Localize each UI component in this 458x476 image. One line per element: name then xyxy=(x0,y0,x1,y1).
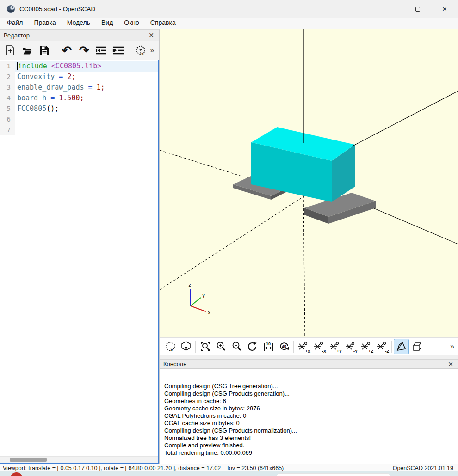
toolbar-separator xyxy=(293,341,294,353)
preview-button[interactable]: » xyxy=(133,43,149,58)
zoom-in-button[interactable] xyxy=(213,339,229,354)
orthogonal-cube-icon xyxy=(412,341,423,352)
axis-button-label: +Z xyxy=(368,349,373,354)
openscad-window: CC0805.scad - OpenSCAD × ФайлПравкаМодел… xyxy=(0,0,458,476)
code-line-1[interactable]: 1include <CC0805.lib> xyxy=(0,61,158,72)
close-button[interactable]: × xyxy=(431,0,458,18)
svg-text:»: » xyxy=(170,347,173,352)
status-fov-info: fov = 23.50 (641x665) xyxy=(227,465,284,471)
console-close-button[interactable]: ✕ xyxy=(447,361,454,367)
close-icon: × xyxy=(442,5,447,13)
unindent-button[interactable] xyxy=(93,43,109,58)
orthogonal-view-button[interactable] xyxy=(409,339,425,354)
code-line-2[interactable]: 2Convexity = 2; xyxy=(0,72,158,82)
zoom-in-icon xyxy=(216,341,227,352)
console-panel-title: Консоль xyxy=(163,360,186,367)
save-file-button[interactable] xyxy=(37,43,53,58)
open-folder-icon xyxy=(22,45,33,55)
taskbar-search-box[interactable] xyxy=(276,473,391,476)
line-number: 7 xyxy=(0,125,15,135)
menu-item-4[interactable]: Вид xyxy=(96,18,118,28)
axis-button-label: +Y xyxy=(337,349,342,354)
viewport-toolbar: » xyxy=(160,337,458,355)
line-number: 1 xyxy=(0,61,15,72)
redo-button[interactable]: ↷ xyxy=(76,43,92,58)
toolbar-separator xyxy=(56,44,56,56)
indent-button[interactable] xyxy=(111,43,127,58)
redo-icon: ↷ xyxy=(79,46,89,55)
menu-item-1[interactable]: Файл xyxy=(2,18,28,28)
code-line-6[interactable]: 6 xyxy=(0,114,158,125)
line-number: 4 xyxy=(0,93,15,104)
code-line-7[interactable]: 7 xyxy=(0,125,158,135)
view-plusx-button[interactable]: +X xyxy=(296,339,311,354)
taskbar-strip xyxy=(0,471,458,476)
new-file-button[interactable] xyxy=(2,43,18,58)
render-cube-icon xyxy=(180,341,192,352)
view-minusx-button[interactable]: -X xyxy=(311,339,327,354)
render-button[interactable] xyxy=(178,339,193,354)
undo-button[interactable]: ↶ xyxy=(59,43,75,58)
editor-panel: Редактор ✕ xyxy=(0,29,160,464)
taskbar-app-icon[interactable] xyxy=(10,472,23,476)
indent-icon xyxy=(112,46,124,55)
view-plusy-button[interactable]: +Y xyxy=(327,339,342,354)
editor-close-button[interactable]: ✕ xyxy=(148,32,155,38)
line-number: 5 xyxy=(0,104,15,114)
line-content xyxy=(15,114,158,125)
view-minusy-button[interactable]: -Y xyxy=(343,339,358,354)
console-line-9: Compile and preview finished. xyxy=(164,442,453,449)
axis-x-label: x xyxy=(208,310,210,315)
viewport-toolbar-overflow-button[interactable]: » xyxy=(450,342,455,351)
preview-cube-icon: » xyxy=(135,45,146,56)
zoom-all-button[interactable] xyxy=(198,339,213,354)
title-bar[interactable]: CC0805.scad - OpenSCAD × xyxy=(0,0,458,18)
console-line-10: Total rendering time: 0:00:00.069 xyxy=(164,449,453,457)
preview-cube-icon: » xyxy=(165,341,176,352)
panel-splitter[interactable] xyxy=(160,355,458,359)
openscad-logo-icon xyxy=(6,5,15,13)
view-distance-button[interactable]: 10 xyxy=(260,339,276,354)
code-line-3[interactable]: 3enable_draw_pads = 1; xyxy=(0,82,158,93)
zoom-out-icon xyxy=(231,341,242,352)
editor-panel-header[interactable]: Редактор ✕ xyxy=(0,29,159,41)
status-version-info: OpenSCAD 2021.01.19 xyxy=(393,465,455,471)
view-plusz-button[interactable]: +Z xyxy=(359,339,374,354)
console-line-4: Geometry cache size in bytes: 2976 xyxy=(164,405,453,412)
console-panel-header[interactable]: Консоль ✕ xyxy=(160,359,458,369)
code-editor[interactable]: 1include <CC0805.lib>2Convexity = 2;3ena… xyxy=(0,60,158,456)
menu-item-5[interactable]: Окно xyxy=(119,18,144,28)
editor-toolbar-overflow-button[interactable]: » xyxy=(150,46,157,55)
editor-hscrollbar-thumb[interactable] xyxy=(10,458,47,462)
reset-view-button[interactable] xyxy=(245,339,260,354)
editor-toolbar: ↶ ↷ xyxy=(0,41,159,60)
viewport-3d[interactable]: z y x xyxy=(160,29,458,337)
maximize-button[interactable] xyxy=(404,0,431,18)
open-file-button[interactable] xyxy=(19,43,35,58)
menu-item-6[interactable]: Справка xyxy=(145,18,181,28)
rotate-45-button[interactable]: 45 xyxy=(276,339,291,354)
save-floppy-icon xyxy=(39,45,50,55)
new-file-icon xyxy=(5,45,15,56)
console-line-5: CGAL Polyhedrons in cache: 0 xyxy=(164,412,453,420)
svg-text:10: 10 xyxy=(266,342,271,346)
maximize-icon xyxy=(415,7,420,12)
minimize-button[interactable] xyxy=(378,0,404,18)
preview-button-viewport[interactable]: » xyxy=(162,339,178,354)
axis-button-label: -X xyxy=(322,349,326,354)
line-number: 2 xyxy=(0,72,15,82)
toolbar-separator xyxy=(130,44,130,56)
axis-y-label: y xyxy=(202,293,205,298)
code-line-4[interactable]: 4board_h = 1.500; xyxy=(0,93,158,104)
zoom-out-button[interactable] xyxy=(229,339,244,354)
console-output[interactable]: Compiling design (CSG Tree generation)..… xyxy=(160,369,458,464)
perspective-view-button[interactable] xyxy=(394,339,409,354)
console-line-3: Geometries in cache: 6 xyxy=(164,397,453,405)
code-line-5[interactable]: 5FCC0805(); xyxy=(0,104,158,114)
editor-hscrollbar[interactable] xyxy=(0,456,158,463)
status-viewport-info: Viewport: translate = [ 0.05 0.17 0.10 ]… xyxy=(3,465,221,471)
menu-item-2[interactable]: Правка xyxy=(29,18,61,28)
unindent-icon xyxy=(95,46,107,55)
view-minusz-button[interactable]: -Z xyxy=(374,339,390,354)
menu-item-3[interactable]: Модель xyxy=(62,18,95,28)
